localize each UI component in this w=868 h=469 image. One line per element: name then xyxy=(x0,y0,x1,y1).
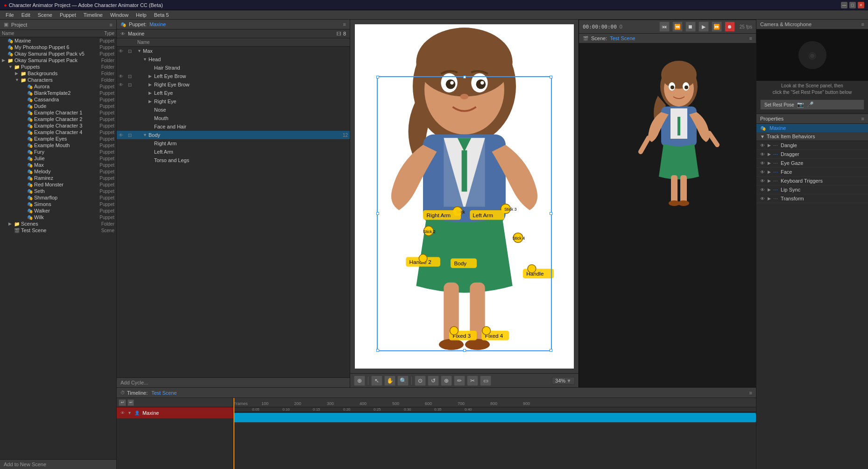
puppet-tree-item-7[interactable]: Nose xyxy=(117,106,350,114)
lip-sync-vis[interactable]: 👁 xyxy=(760,187,768,192)
menu-puppet[interactable]: Puppet xyxy=(56,12,80,18)
puppet-tree-item-2[interactable]: Hair Strand xyxy=(117,64,350,72)
behavior-dragger[interactable]: 👁 ▶ ⋯ Dragger xyxy=(756,150,868,159)
dangle-vis[interactable]: 👁 xyxy=(760,143,768,148)
behavior-lip-sync[interactable]: 👁 ▶ ⋯ Lip Sync xyxy=(756,185,868,194)
record-btn2[interactable]: ⏺ xyxy=(725,21,735,32)
lip-sync-expand[interactable]: ▶ xyxy=(768,187,773,192)
menu-file[interactable]: File xyxy=(2,12,18,18)
selected-puppet-row[interactable]: 🎭 Maxine xyxy=(756,124,868,132)
puppet-tree-item-9[interactable]: Face and Hair xyxy=(117,122,350,131)
project-tree-item-15[interactable]: 🎭Example EyesPuppet xyxy=(0,135,116,142)
project-tree-item-14[interactable]: 🎭Example Character 4Puppet xyxy=(0,129,116,135)
project-tree-item-25[interactable]: 🎭SimonsPuppet xyxy=(0,201,116,207)
puppet-tree-item-13[interactable]: Torso and Legs xyxy=(117,156,350,164)
pt-arrow-3[interactable]: ▶ xyxy=(148,74,154,78)
face-expand[interactable]: ▶ xyxy=(768,170,773,174)
project-tree-item-1[interactable]: 🎭My Photoshop Puppet 6Puppet xyxy=(0,44,116,50)
maximize-button[interactable]: □ xyxy=(849,2,856,8)
pan-tool-btn[interactable]: ✋ xyxy=(384,376,395,386)
project-tree-item-12[interactable]: 🎭Example Character 2Puppet xyxy=(0,116,116,122)
eye-gaze-vis[interactable]: 👁 xyxy=(760,161,768,166)
puppet-tree-item-6[interactable]: ▶Right Eye xyxy=(117,97,350,106)
puppet-tree-item-5[interactable]: ▶Left Eye xyxy=(117,89,350,97)
project-tree-item-4[interactable]: ▼📁PuppetsFolder xyxy=(0,64,116,70)
project-tree-item-0[interactable]: 🎭MaxinePuppet xyxy=(0,37,116,44)
project-tree-item-17[interactable]: 🎭FuryPuppet xyxy=(0,149,116,155)
project-tree-item-28[interactable]: ▶📁ScenesFolder xyxy=(0,220,116,227)
behavior-eye-gaze[interactable]: 👁 ▶ ⋯ Eye Gaze xyxy=(756,159,868,168)
puppet-tree-item-0[interactable]: 👁⊡▼Max xyxy=(117,47,350,55)
zoom-dropdown-icon[interactable]: ▼ xyxy=(566,378,572,384)
stop-btn[interactable]: ⏹ xyxy=(685,21,696,32)
project-tree-item-11[interactable]: 🎭Example Character 1Puppet xyxy=(0,109,116,116)
behavior-dangle[interactable]: 👁 ▶ ⋯ Dangle xyxy=(756,141,868,150)
rotate-btn[interactable]: ↺ xyxy=(428,376,439,386)
canvas-viewport[interactable]: Stick Stick 3 Stick 2 Stick 4 Right Arm xyxy=(350,20,579,373)
project-tree-item-20[interactable]: 🎭MelodyPuppet xyxy=(0,168,116,175)
pt-arrow-5[interactable]: ▶ xyxy=(148,91,154,95)
project-tree-item-3[interactable]: ▶📁Okay Samurai Puppet PackFolder xyxy=(0,57,116,64)
project-tree-item-6[interactable]: ▼📁CharactersFolder xyxy=(0,77,116,83)
project-tree-item-26[interactable]: 🎭WalkerPuppet xyxy=(0,207,116,214)
puppet-tree-item-11[interactable]: Right Arm xyxy=(117,139,350,148)
properties-menu-icon[interactable]: ≡ xyxy=(861,116,864,121)
pt-arrow-10[interactable]: ▼ xyxy=(143,133,148,137)
menu-beta[interactable]: Beta 5 xyxy=(150,12,173,18)
playhead[interactable] xyxy=(233,398,234,469)
project-tree-item-19[interactable]: 🎭MaxPuppet xyxy=(0,162,116,168)
rect-btn[interactable]: ▭ xyxy=(480,376,491,386)
track-expand-icon[interactable]: ▼ xyxy=(127,411,132,415)
project-tree-item-27[interactable]: 🎭WilkPuppet xyxy=(0,214,116,220)
project-tree-item-10[interactable]: 🎭DudePuppet xyxy=(0,103,116,109)
close-button[interactable]: ✕ xyxy=(858,2,864,8)
pt-vis-10[interactable]: 👁 xyxy=(119,133,128,138)
record-btn[interactable]: ⊙ xyxy=(415,376,426,386)
minimize-button[interactable]: — xyxy=(841,2,847,8)
pt-mode-4[interactable]: ⊡ xyxy=(128,82,137,87)
menu-window[interactable]: Window xyxy=(106,12,132,18)
set-rest-pose-button[interactable]: Set Rest Pose 📷 🎤 xyxy=(760,99,864,110)
scene-menu-icon[interactable]: ≡ xyxy=(749,36,752,41)
puppet-panel-menu-icon[interactable]: ≡ xyxy=(343,21,346,27)
behavior-transform[interactable]: 👁 ▶ ⋯ Transform xyxy=(756,194,868,203)
camera-menu-icon[interactable]: ≡ xyxy=(861,21,864,27)
project-tree-item-16[interactable]: 🎭Example MouthPuppet xyxy=(0,142,116,149)
project-tree-item-2[interactable]: 🎭Okay Samurai Puppet Pack v5Puppet xyxy=(0,50,116,57)
handle-btn[interactable]: ⊕ xyxy=(441,376,452,386)
go-start-btn[interactable]: ⏮ xyxy=(659,21,670,32)
puppet-tree-item-8[interactable]: Mouth xyxy=(117,114,350,122)
pt-arrow-4[interactable]: ▶ xyxy=(148,82,154,87)
forward-btn[interactable]: ⏩ xyxy=(712,21,722,32)
maxine-clip[interactable] xyxy=(233,413,756,422)
project-tree-item-7[interactable]: 🎭AuroraPuppet xyxy=(0,83,116,90)
puppet-root-vis[interactable]: 👁 xyxy=(120,31,128,36)
menu-help[interactable]: Help xyxy=(132,12,150,18)
add-cycle-button[interactable]: Add Cycle... xyxy=(117,377,350,387)
transform-vis[interactable]: 👁 xyxy=(760,196,768,201)
play-btn[interactable]: ▶ xyxy=(699,21,709,32)
dragger-expand[interactable]: ▶ xyxy=(768,152,773,156)
project-tree-item-22[interactable]: 🎭Red MonsterPuppet xyxy=(0,181,116,188)
scissors-btn[interactable]: ✂ xyxy=(467,376,478,386)
puppet-mode-btn[interactable]: ⊕ xyxy=(354,376,365,386)
puppet-tree-item-10[interactable]: 👁⊡▼Body12 xyxy=(117,131,350,139)
project-tree-item-13[interactable]: 🎭Example Character 3Puppet xyxy=(0,122,116,129)
pt-mode-3[interactable]: ⊡ xyxy=(128,74,137,79)
tl-ctrl-btn1[interactable]: ↩ xyxy=(119,399,126,406)
menu-edit[interactable]: Edit xyxy=(18,12,34,18)
rewind-btn[interactable]: ⏪ xyxy=(672,21,683,32)
dragger-vis[interactable]: 👁 xyxy=(760,152,768,157)
project-tree-item-24[interactable]: 🎭ShmarflopPuppet xyxy=(0,194,116,201)
pt-vis-3[interactable]: 👁 xyxy=(119,74,128,79)
face-vis[interactable]: 👁 xyxy=(760,170,768,175)
puppet-tree-item-3[interactable]: 👁⊡▶Left Eye Brow xyxy=(117,72,350,80)
pt-mode-0[interactable]: ⊡ xyxy=(128,49,137,54)
behavior-face[interactable]: 👁 ▶ ⋯ Face xyxy=(756,168,868,177)
pencil-btn[interactable]: ✏ xyxy=(454,376,465,386)
menu-timeline[interactable]: Timeline xyxy=(80,12,106,18)
select-tool-btn[interactable]: ↖ xyxy=(371,376,382,386)
project-tree-item-21[interactable]: 🎭RamirezPuppet xyxy=(0,175,116,181)
pt-mode-10[interactable]: ⊡ xyxy=(128,133,137,138)
project-tree-item-23[interactable]: 🎭SethPuppet xyxy=(0,188,116,194)
